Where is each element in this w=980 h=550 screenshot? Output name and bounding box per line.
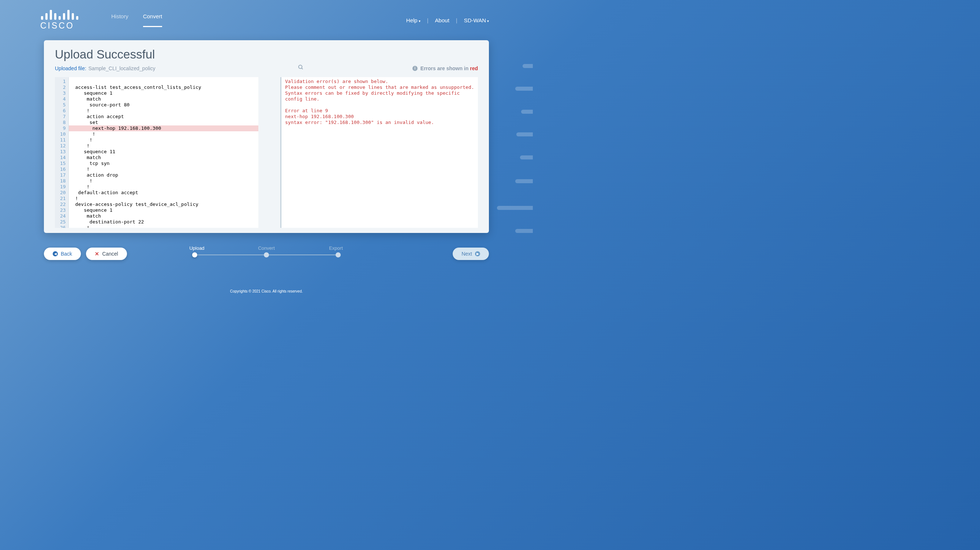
- cisco-logo: CISCO: [40, 10, 78, 31]
- copyright: Copyrights © 2021 Cisco. All rights rese…: [0, 289, 533, 293]
- chevron-left-icon: ◀: [53, 251, 58, 256]
- svg-point-0: [299, 65, 302, 68]
- validation-pane: Validation error(s) are shown below. Ple…: [280, 77, 478, 228]
- cancel-button[interactable]: ✕ Cancel: [86, 247, 127, 260]
- info-icon: i: [412, 66, 418, 71]
- code-line[interactable]: !: [72, 166, 90, 172]
- nav-history[interactable]: History: [111, 13, 129, 27]
- chevron-right-icon: ▶: [475, 251, 480, 256]
- code-line[interactable]: match: [72, 96, 101, 101]
- code-line[interactable]: action accept: [72, 114, 124, 119]
- about-link[interactable]: About: [435, 17, 449, 24]
- code-line[interactable]: tcp syn: [72, 160, 110, 166]
- code-line[interactable]: source-port 80: [72, 102, 130, 108]
- code-line[interactable]: sequence 11: [72, 149, 115, 154]
- errors-notice: i Errors are shown in red: [412, 65, 478, 71]
- line-gutter: 1234567891011121314151617181920212223242…: [55, 77, 69, 228]
- code-line[interactable]: set: [72, 120, 98, 125]
- step-dot-convert: [264, 252, 269, 257]
- back-button[interactable]: ◀ Back: [44, 247, 81, 260]
- code-line[interactable]: access-list test_access_control_lists_po…: [72, 84, 201, 90]
- close-icon: ✕: [95, 251, 99, 257]
- chevron-down-icon: ▾: [487, 19, 489, 23]
- code-line[interactable]: sequence 1: [72, 90, 113, 96]
- uploaded-file-name: Sample_CLI_localized_policy: [89, 65, 156, 71]
- help-link[interactable]: Help▾: [406, 17, 420, 24]
- sdwan-link[interactable]: SD-WAN▾: [464, 17, 489, 24]
- code-line[interactable]: !: [72, 108, 90, 113]
- nav-convert[interactable]: Convert: [143, 13, 162, 27]
- code-editor[interactable]: 1234567891011121314151617181920212223242…: [55, 77, 258, 228]
- code-line[interactable]: sequence 1: [72, 208, 113, 213]
- step-upload: Upload: [182, 246, 212, 251]
- step-export: Export: [321, 246, 351, 251]
- code-line[interactable]: action drop: [72, 172, 118, 178]
- page-title: Upload Successful: [55, 48, 478, 62]
- progress-stepper: Upload Convert Export: [182, 246, 351, 255]
- chevron-down-icon: ▾: [418, 19, 420, 23]
- code-line[interactable]: match: [72, 155, 101, 160]
- code-content[interactable]: access-list test_access_control_lists_po…: [69, 77, 258, 228]
- code-line[interactable]: !: [72, 196, 78, 201]
- code-line[interactable]: match: [72, 213, 101, 219]
- code-line[interactable]: default-action accept: [72, 190, 138, 195]
- code-line[interactable]: !: [72, 131, 95, 137]
- code-line[interactable]: !: [72, 178, 92, 184]
- step-dot-upload: [192, 252, 197, 257]
- code-line[interactable]: !: [72, 184, 90, 189]
- main-card: Upload Successful Uploaded file: Sample_…: [44, 40, 489, 233]
- code-line[interactable]: !: [72, 143, 90, 149]
- search-icon[interactable]: [298, 64, 304, 72]
- next-button[interactable]: Next ▶: [453, 247, 489, 260]
- code-line[interactable]: !: [72, 137, 92, 143]
- step-dot-export: [336, 252, 341, 257]
- code-line[interactable]: destination-port 22: [72, 219, 144, 225]
- uploaded-file-label: Uploaded file:: [55, 65, 86, 71]
- svg-line-1: [302, 68, 303, 69]
- code-line-error[interactable]: next-hop 192.168.100.300: [69, 125, 258, 131]
- step-convert: Convert: [252, 246, 281, 251]
- code-line[interactable]: !: [72, 225, 90, 228]
- code-line[interactable]: device-access-policy test_device_acl_pol…: [72, 201, 198, 207]
